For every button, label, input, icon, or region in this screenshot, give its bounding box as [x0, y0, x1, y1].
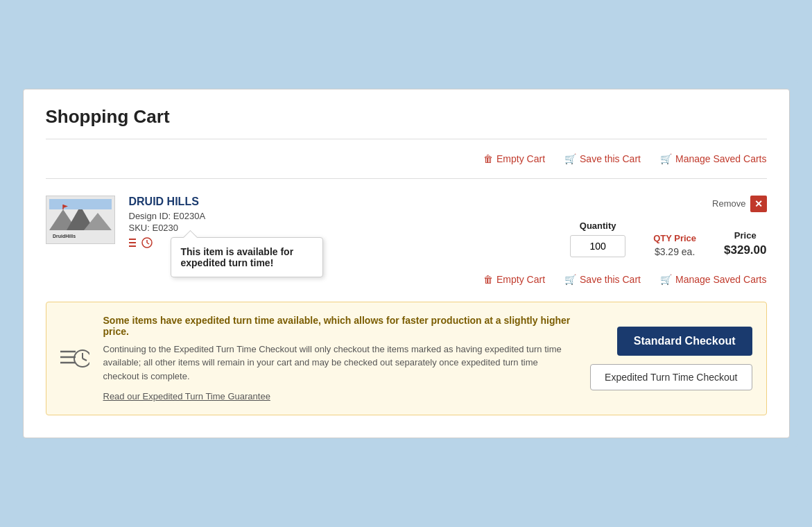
- save-cart-top[interactable]: 🛒 Save this Cart: [564, 153, 641, 164]
- product-design-id: Design ID: E0230A: [129, 211, 557, 221]
- tooltip-bubble: This item is available for expedited tur…: [171, 237, 323, 277]
- manage-icon-bottom: 🛒: [660, 274, 672, 285]
- expedited-guarantee-link[interactable]: Read our Expedited Turn Time Guarantee: [103, 391, 270, 401]
- expedited-checkout-button[interactable]: Expedited Turn Time Checkout: [590, 364, 752, 390]
- clock-svg: [141, 237, 153, 248]
- product-info: DRUID HILLS Design ID: E0230A SKU: E0230: [129, 196, 557, 248]
- save-icon-top: 🛒: [564, 153, 576, 164]
- banner-content: Some items have expedited turn time avai…: [103, 315, 577, 403]
- svg-line-13: [147, 243, 149, 244]
- svg-text:DruidHills: DruidHills: [53, 234, 76, 239]
- svg-line-19: [83, 358, 87, 361]
- qty-price-value: $3.29 ea.: [655, 246, 695, 257]
- manage-carts-bottom[interactable]: 🛒 Manage Saved Carts: [660, 274, 767, 285]
- price-value: $329.00: [724, 243, 766, 257]
- druid-hills-logo: DruidHills: [49, 199, 112, 241]
- product-name: DRUID HILLS: [129, 196, 557, 208]
- price-section: Price $329.00: [724, 230, 766, 257]
- trash-icon-top: 🗑: [483, 153, 493, 164]
- quantity-section: Quantity: [570, 221, 625, 257]
- empty-cart-bottom[interactable]: 🗑 Empty Cart: [483, 274, 545, 285]
- trash-icon-bottom: 🗑: [483, 274, 493, 285]
- standard-checkout-button[interactable]: Standard Checkout: [617, 327, 752, 356]
- quantity-label: Quantity: [580, 221, 616, 231]
- main-card: Shopping Cart 🗑 Empty Cart 🛒 Save this C…: [23, 89, 790, 439]
- banner-lines-clock-svg: [60, 346, 89, 371]
- save-icon-bottom: 🛒: [564, 274, 576, 285]
- banner-bold-text: Some items have expedited turn time avai…: [103, 315, 577, 337]
- product-row: DruidHills DRUID HILLS Design ID: E0230A…: [46, 196, 767, 257]
- product-image: DruidHills: [46, 196, 115, 244]
- product-sku: SKU: E0230: [129, 223, 557, 233]
- bottom-cart-actions: 🗑 Empty Cart 🛒 Save this Cart 🛒 Manage S…: [46, 274, 767, 285]
- price-label: Price: [734, 230, 757, 241]
- page-title: Shopping Cart: [46, 106, 767, 128]
- product-divider: [46, 178, 767, 179]
- quantity-input[interactable]: [570, 235, 625, 257]
- svg-rect-4: [49, 199, 112, 209]
- remove-button-row: Remove ✕: [712, 196, 766, 212]
- banner-icon: [60, 346, 89, 371]
- quantity-price-row: Quantity QTY Price $3.29 ea. Price $329.…: [570, 221, 766, 257]
- remove-label: Remove: [712, 198, 745, 209]
- product-right: Remove ✕ Quantity QTY Price $3.29 ea. Pr…: [570, 196, 766, 257]
- qty-price-label: QTY Price: [653, 233, 696, 243]
- qty-price-section: QTY Price $3.29 ea.: [653, 233, 696, 257]
- page-wrapper: Shopping Cart 🗑 Empty Cart 🛒 Save this C…: [15, 80, 798, 447]
- top-cart-actions: 🗑 Empty Cart 🛒 Save this Cart 🛒 Manage S…: [46, 153, 767, 164]
- save-cart-bottom[interactable]: 🛒 Save this Cart: [564, 274, 641, 285]
- banner-body-text: Continuing to the Expedited Turn Time Ch…: [103, 343, 577, 383]
- remove-x-button[interactable]: ✕: [750, 196, 767, 212]
- expedited-turn-icon[interactable]: [129, 237, 153, 248]
- empty-cart-top[interactable]: 🗑 Empty Cart: [483, 153, 545, 164]
- banner-right: Standard Checkout Expedited Turn Time Ch…: [590, 327, 752, 390]
- manage-carts-top[interactable]: 🛒 Manage Saved Carts: [660, 153, 767, 164]
- title-divider: [46, 139, 767, 139]
- lines-svg: [129, 238, 140, 248]
- expedited-banner: Some items have expedited turn time avai…: [46, 302, 767, 416]
- manage-icon-top: 🛒: [660, 153, 672, 164]
